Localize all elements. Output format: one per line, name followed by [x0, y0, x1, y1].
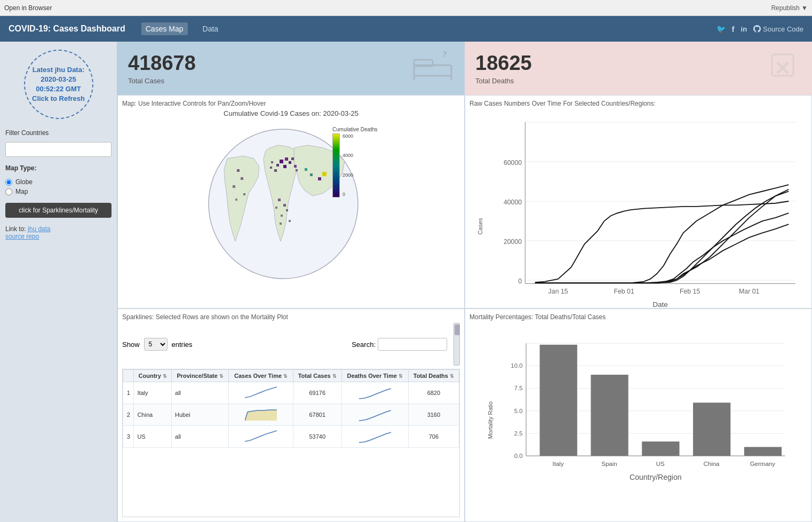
row-country: Italy	[134, 382, 172, 404]
svg-text:Feb 15: Feb 15	[680, 288, 700, 295]
globe-wrapper[interactable]: Cumulative Deaths 6000 4000 2000 0	[201, 120, 382, 304]
filter-countries-label: Filter Countries	[5, 129, 112, 137]
total-deaths-label: Total Deaths	[475, 77, 532, 85]
svg-rect-30	[233, 185, 235, 188]
search-label: Search:	[352, 341, 376, 349]
col-deaths-over-time[interactable]: Deaths Over Time ⇅	[341, 370, 408, 382]
svg-text:2.5: 2.5	[514, 430, 523, 437]
total-deaths-card: 18625 Total Deaths	[465, 42, 812, 95]
line-chart-svg: 0 20000 40000 60000 Jan 15 Feb 01 Feb 15…	[499, 115, 802, 309]
col-total-deaths[interactable]: Total Deaths ⇅	[408, 370, 459, 382]
app-title: COVID-19: Cases Dashboard	[9, 24, 125, 34]
map-type-group: Globe Map	[5, 178, 112, 195]
svg-rect-28	[237, 169, 240, 172]
refresh-line1: Latest jhu Data:	[33, 65, 85, 75]
twitter-icon[interactable]: 🐦	[717, 25, 726, 33]
linkedin-icon[interactable]: in	[741, 25, 747, 33]
row-total-cases: 69176	[293, 382, 341, 404]
bar-chart-title: Mortality Percentages: Total Deaths/Tota…	[469, 313, 807, 321]
topbar: Open in Browser Republish ▼	[0, 0, 812, 16]
republish-button[interactable]: Republish ▼	[771, 4, 808, 12]
line-chart-title: Raw Cases Numbers Over Time For Selected…	[469, 100, 807, 107]
sparklines-button[interactable]: click for Sparklines/Mortality	[5, 203, 112, 218]
row-total-cases: 53740	[293, 426, 341, 448]
table-row[interactable]: 1 Italy all 69176 6820	[123, 382, 459, 404]
svg-rect-33	[270, 167, 272, 169]
svg-rect-11	[289, 161, 291, 164]
svg-rect-25	[281, 215, 283, 217]
table-row[interactable]: 2 China Hubei 67801 3160	[123, 404, 459, 426]
map-legend: Cumulative Deaths 6000 4000 2000 0	[332, 126, 377, 197]
bar-italy	[540, 345, 577, 456]
col-province[interactable]: Province/State ⇅	[172, 370, 229, 382]
bar-chart-svg: 0.0 2.5 5.0 7.5 10.0 Italy Spain US	[499, 327, 799, 496]
entries-label: entries	[172, 341, 193, 349]
svg-text:10.0: 10.0	[511, 362, 522, 369]
search-input[interactable]	[378, 338, 447, 351]
refresh-button[interactable]: Latest jhu Data: 2020-03-25 00:52:22 GMT…	[24, 50, 93, 119]
svg-rect-12	[276, 164, 279, 167]
source-code-label: Source Code	[763, 25, 803, 33]
scrollbar[interactable]	[453, 323, 460, 366]
svg-rect-26	[289, 220, 291, 222]
nav-cases-map[interactable]: Cases Map	[141, 22, 188, 35]
svg-text:5.0: 5.0	[514, 408, 523, 414]
map-chart-title: Cumulative Covid-19 Cases on: 2020-03-25	[122, 109, 460, 117]
open-in-browser-label: Open in Browser	[4, 4, 52, 12]
col-num	[123, 370, 134, 382]
map-panel: Map: Use Interactive Controls for Pan/Zo…	[117, 95, 465, 309]
refresh-line3: 00:52:22 GMT	[36, 84, 81, 94]
refresh-line4: Click to Refresh	[32, 94, 85, 104]
source-repo-link[interactable]: source repo	[5, 233, 39, 240]
col-cases-over-time[interactable]: Cases Over Time ⇅	[229, 370, 293, 382]
row-num: 1	[123, 382, 134, 404]
row-province: Hubei	[172, 404, 229, 426]
radio-globe[interactable]: Globe	[5, 178, 112, 186]
table-scroll[interactable]: Country ⇅ Province/State ⇅ Cases Over Ti…	[122, 369, 460, 517]
table-panel: Sparklines: Selected Rows are shown on t…	[117, 309, 465, 522]
svg-rect-15	[274, 169, 277, 172]
navbar: COVID-19: Cases Dashboard Cases Map Data…	[0, 16, 812, 42]
table-row[interactable]: 3 US all 53740 706	[123, 426, 459, 448]
map-container[interactable]: Cumulative Deaths 6000 4000 2000 0	[122, 120, 460, 304]
svg-rect-16	[294, 165, 297, 168]
bar-chart-y-label: Mortality Ratio	[487, 401, 493, 439]
filter-countries-input[interactable]	[5, 142, 112, 157]
svg-rect-14	[291, 157, 294, 160]
svg-text:20000: 20000	[504, 238, 522, 246]
svg-text:Feb 01: Feb 01	[614, 288, 634, 295]
source-code-link[interactable]: Source Code	[753, 25, 803, 33]
row-total-cases: 67801	[293, 404, 341, 426]
total-cases-number: 418678	[128, 52, 196, 75]
bar-germany	[744, 447, 782, 456]
jhu-data-link[interactable]: jhu data	[28, 225, 51, 233]
row-total-deaths: 706	[408, 426, 459, 448]
svg-rect-4	[772, 54, 793, 76]
bar-us	[642, 441, 679, 456]
social-icons: 🐦 f in Source Code	[717, 25, 803, 34]
show-entries-select[interactable]: 5 10 25	[144, 338, 168, 351]
svg-text:US: US	[656, 461, 665, 467]
content-grid: 418678 Total Cases 18625 Total Deaths	[117, 42, 812, 522]
hospital-bed-icon	[411, 49, 454, 88]
bar-spain	[591, 375, 628, 456]
svg-text:Country/Region: Country/Region	[630, 473, 682, 481]
col-country[interactable]: Country ⇅	[134, 370, 172, 382]
col-total-cases[interactable]: Total Cases ⇅	[293, 370, 341, 382]
svg-rect-24	[275, 207, 277, 209]
radio-map[interactable]: Map	[5, 188, 112, 195]
total-deaths-number: 18625	[475, 52, 532, 75]
bar-chart-panel: Mortality Percentages: Total Deaths/Tota…	[465, 309, 812, 522]
total-cases-label: Total Cases	[128, 77, 196, 85]
nav-data[interactable]: Data	[198, 22, 223, 35]
svg-text:Date: Date	[652, 300, 668, 309]
svg-rect-31	[243, 193, 245, 195]
facebook-icon[interactable]: f	[732, 25, 735, 34]
svg-rect-13	[283, 165, 286, 168]
main-layout: Latest jhu Data: 2020-03-25 00:52:22 GMT…	[0, 42, 812, 522]
svg-rect-22	[283, 204, 286, 207]
svg-rect-23	[286, 209, 288, 211]
row-province: all	[172, 426, 229, 448]
row-province: all	[172, 382, 229, 404]
row-total-deaths: 3160	[408, 404, 459, 426]
